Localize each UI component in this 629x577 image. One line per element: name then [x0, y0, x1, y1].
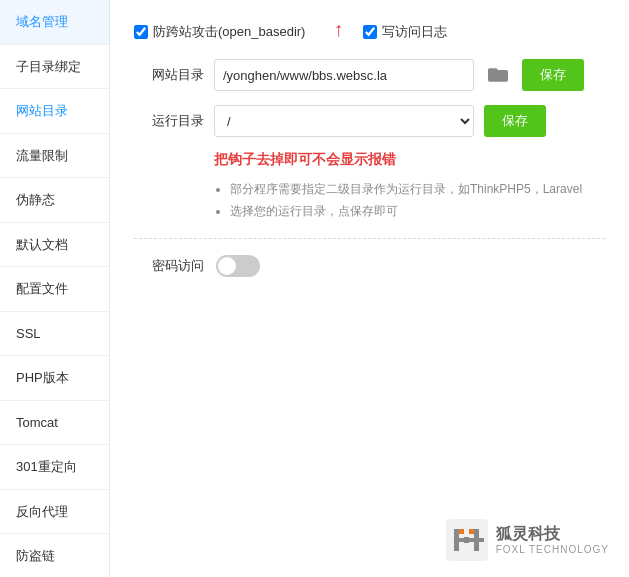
password-access-row: 密码访问	[134, 255, 605, 277]
logo-chinese-text: 狐灵科技	[496, 524, 609, 543]
section-divider	[134, 238, 605, 239]
checkbox1-input[interactable]	[134, 25, 148, 39]
hint-list: 部分程序需要指定二级目录作为运行目录，如ThinkPHP5，Laravel 选择…	[214, 179, 605, 222]
svg-rect-5	[459, 529, 464, 534]
hint-item-1: 部分程序需要指定二级目录作为运行目录，如ThinkPHP5，Laravel	[230, 179, 605, 201]
password-label: 密码访问	[134, 257, 204, 275]
logo-icon	[446, 519, 488, 561]
password-toggle[interactable]	[216, 255, 260, 277]
main-content: 防跨站攻击(open_basedir) ↑ 写访问日志 网站目录 保存 运行目录…	[110, 0, 629, 577]
sidebar-item-site-dir[interactable]: 网站目录	[0, 89, 109, 134]
sidebar-item-reverse-proxy[interactable]: 反向代理	[0, 490, 109, 535]
site-dir-row: 网站目录 保存	[134, 59, 605, 91]
sidebar-item-pseudo-static[interactable]: 伪静态	[0, 178, 109, 223]
hint-item-2: 选择您的运行目录，点保存即可	[230, 201, 605, 223]
site-dir-save-button[interactable]: 保存	[522, 59, 584, 91]
checkbox2-input[interactable]	[363, 25, 377, 39]
sidebar-item-ssl[interactable]: SSL	[0, 312, 109, 357]
svg-rect-6	[469, 529, 474, 534]
red-arrow-icon: ↑	[333, 18, 343, 41]
run-dir-select[interactable]: / /public /www	[214, 105, 474, 137]
toggle-slider	[216, 255, 260, 277]
logo-english-text: FOXL TECHNOLOGY	[496, 544, 609, 556]
sidebar: 域名管理 子目录绑定 网站目录 流量限制 伪静态 默认文档 配置文件 SSL P…	[0, 0, 110, 577]
site-dir-input[interactable]	[214, 59, 474, 91]
sidebar-item-traffic-limit[interactable]: 流量限制	[0, 134, 109, 179]
sidebar-item-subdir-bind[interactable]: 子目录绑定	[0, 45, 109, 90]
sidebar-item-php-version[interactable]: PHP版本	[0, 356, 109, 401]
sidebar-item-tomcat[interactable]: Tomcat	[0, 401, 109, 446]
logo-text: 狐灵科技 FOXL TECHNOLOGY	[496, 524, 609, 555]
run-dir-label: 运行目录	[134, 112, 204, 130]
sidebar-item-default-doc[interactable]: 默认文档	[0, 223, 109, 268]
run-dir-row: 运行目录 / /public /www 保存	[134, 105, 605, 137]
run-dir-save-button[interactable]: 保存	[484, 105, 546, 137]
folder-browse-button[interactable]	[484, 61, 512, 89]
sidebar-item-config-file[interactable]: 配置文件	[0, 267, 109, 312]
checkbox1-label[interactable]: 防跨站攻击(open_basedir)	[134, 23, 305, 41]
site-dir-label: 网站目录	[134, 66, 204, 84]
sidebar-item-domain-mgmt[interactable]: 域名管理	[0, 0, 109, 45]
checkbox-row: 防跨站攻击(open_basedir) ↑ 写访问日志	[134, 20, 605, 43]
checkbox2-label[interactable]: 写访问日志	[363, 23, 447, 41]
svg-rect-4	[454, 538, 484, 542]
sidebar-item-redirect-301[interactable]: 301重定向	[0, 445, 109, 490]
logo-area: 狐灵科技 FOXL TECHNOLOGY	[446, 519, 609, 561]
warning-message: 把钩子去掉即可不会显示报错	[214, 151, 605, 169]
sidebar-item-hotlink[interactable]: 防盗链	[0, 534, 109, 577]
folder-icon	[488, 65, 508, 85]
